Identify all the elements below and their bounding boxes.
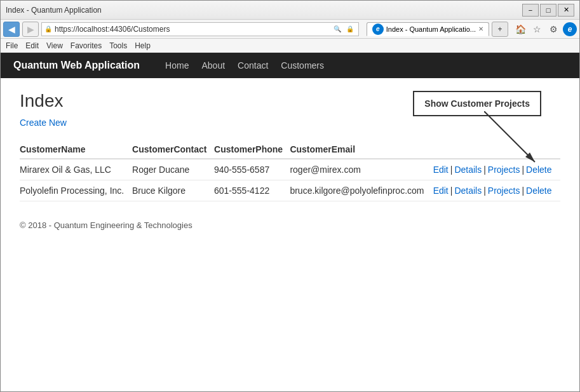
minimize-button[interactable]: − (522, 4, 539, 17)
cell-actions: Edit | Details | Projects | Delete (433, 180, 560, 201)
nav-home[interactable]: Home (165, 60, 189, 71)
tab-close-icon[interactable]: ✕ (478, 25, 483, 32)
menu-help[interactable]: Help (135, 41, 151, 50)
nav-about[interactable]: About (201, 60, 225, 71)
footer-text: © 2018 - Quantum Engineering & Technolog… (20, 220, 560, 230)
table-row: Polyolefin Processing, Inc.Bruce Kilgore… (20, 180, 560, 201)
table-row: Mirarex Oil & Gas, LLCRoger Ducane940-55… (20, 159, 560, 180)
active-tab[interactable]: e Index - Quantum Applicatio... ✕ (367, 22, 489, 36)
star-icon[interactable]: ☆ (530, 22, 544, 36)
address-bar-icon: 🔒 (44, 25, 52, 32)
cell-actions: Edit | Details | Projects | Delete (433, 159, 560, 180)
action-details-link[interactable]: Details (454, 186, 482, 196)
address-bar[interactable]: 🔒 https://localhost:44306/Customers 🔍 🔒 (41, 22, 359, 36)
maximize-button[interactable]: □ (540, 4, 556, 17)
window-title: Index - Quantum Application (6, 6, 102, 15)
nav-customers[interactable]: Customers (281, 60, 324, 71)
action-separator: | (483, 186, 486, 196)
address-text: https://localhost:44306/Customers (55, 25, 329, 34)
action-delete-link[interactable]: Delete (526, 186, 551, 196)
action-separator: | (522, 186, 524, 196)
menu-view[interactable]: View (46, 41, 63, 50)
refresh-icon[interactable]: 🔍 (332, 24, 343, 35)
action-delete-link[interactable]: Delete (526, 165, 551, 175)
close-button[interactable]: ✕ (558, 4, 574, 17)
cell-phone: 601-555-4122 (214, 180, 290, 201)
back-button[interactable]: ◀ (3, 22, 20, 37)
action-separator: | (522, 165, 524, 175)
nav-contact[interactable]: Contact (238, 60, 268, 71)
col-header-contact: CustomerContact (132, 140, 214, 159)
app-title: Quantum Web Application (13, 60, 140, 71)
home-icon[interactable]: 🏠 (513, 22, 527, 36)
action-separator: | (483, 165, 486, 175)
app-navbar: Quantum Web Application Home About Conta… (1, 53, 579, 78)
browser-toolbar: ◀ ▶ 🔒 https://localhost:44306/Customers … (1, 20, 579, 39)
action-separator: | (450, 165, 453, 175)
action-edit-link[interactable]: Edit (433, 165, 448, 175)
title-bar: Index - Quantum Application − □ ✕ (1, 1, 579, 20)
callout-label: Show Customer Projects (424, 98, 530, 109)
menu-file[interactable]: File (6, 41, 18, 50)
action-details-link[interactable]: Details (454, 165, 482, 175)
customers-table: CustomerName CustomerContact CustomerPho… (20, 140, 560, 201)
cell-phone: 940-555-6587 (214, 159, 290, 180)
cell-contact: Roger Ducane (132, 159, 214, 180)
action-edit-link[interactable]: Edit (433, 186, 448, 196)
cell-email: bruce.kilgore@polyolefinproc.com (290, 180, 433, 201)
callout-box: Show Customer Projects (413, 91, 541, 116)
action-projects-link[interactable]: Projects (488, 165, 520, 175)
menu-tools[interactable]: Tools (109, 41, 127, 50)
new-tab-button[interactable]: + (492, 22, 508, 37)
ie-logo: e (563, 22, 577, 36)
menu-favorites[interactable]: Favorites (71, 41, 102, 50)
cell-email: roger@mirex.com (290, 159, 433, 180)
cell-contact: Bruce Kilgore (132, 180, 214, 201)
tab-label: Index - Quantum Applicatio... (386, 25, 476, 33)
forward-button[interactable]: ▶ (22, 22, 39, 37)
lock-icon: 🔒 (344, 24, 356, 35)
create-new-link[interactable]: Create New (20, 118, 67, 128)
col-header-phone: CustomerPhone (214, 140, 290, 159)
cell-name: Mirarex Oil & Gas, LLC (20, 159, 132, 180)
cell-name: Polyolefin Processing, Inc. (20, 180, 132, 201)
col-header-email: CustomerEmail (290, 140, 433, 159)
menu-bar: File Edit View Favorites Tools Help (1, 39, 579, 53)
col-header-actions (433, 140, 560, 159)
action-projects-link[interactable]: Projects (488, 186, 520, 196)
settings-icon[interactable]: ⚙ (546, 22, 560, 36)
col-header-name: CustomerName (20, 140, 132, 159)
tab-ie-icon: e (372, 24, 384, 35)
page-content: Show Customer Projects Index Create New … (1, 78, 579, 391)
action-separator: | (450, 186, 453, 196)
menu-edit[interactable]: Edit (25, 41, 39, 50)
